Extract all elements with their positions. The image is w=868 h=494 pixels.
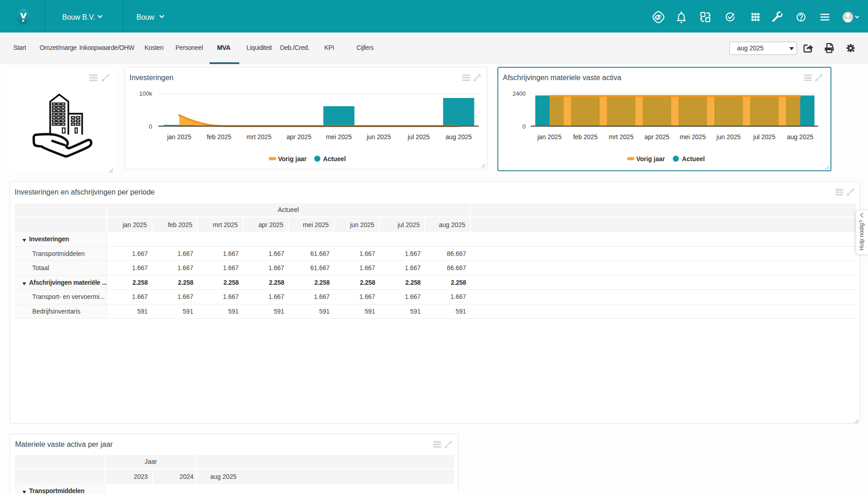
svg-text:0: 0 [149, 123, 152, 130]
svg-text:apr 2025: apr 2025 [286, 134, 312, 141]
svg-text:mrt 2025: mrt 2025 [609, 134, 634, 141]
svg-text:mei 2025: mei 2025 [326, 134, 352, 141]
svg-text:Vorig jaar: Vorig jaar [636, 156, 665, 163]
svg-text:0: 0 [523, 123, 526, 130]
svg-text:apr 2025: apr 2025 [645, 134, 670, 141]
svg-text:feb 2025: feb 2025 [207, 134, 232, 141]
svg-text:jun 2025: jun 2025 [716, 134, 741, 141]
svg-text:mrt 2025: mrt 2025 [247, 134, 272, 141]
svg-text:Actueel: Actueel [323, 156, 346, 163]
svg-text:mei 2025: mei 2025 [680, 134, 706, 141]
svg-text:feb 2025: feb 2025 [573, 134, 598, 141]
svg-text:Actueel: Actueel [682, 156, 705, 163]
svg-text:aug 2025: aug 2025 [446, 134, 472, 141]
svg-text:jul 2025: jul 2025 [407, 134, 430, 141]
svg-text:2400: 2400 [512, 90, 526, 97]
svg-text:100k: 100k [139, 90, 152, 97]
svg-text:aug 2025: aug 2025 [787, 134, 814, 141]
svg-text:jan 2025: jan 2025 [537, 134, 562, 141]
svg-text:jan 2025: jan 2025 [167, 134, 191, 141]
svg-text:jun 2025: jun 2025 [366, 134, 391, 141]
svg-text:jul 2025: jul 2025 [753, 134, 776, 141]
svg-text:Vorig jaar: Vorig jaar [278, 156, 307, 163]
